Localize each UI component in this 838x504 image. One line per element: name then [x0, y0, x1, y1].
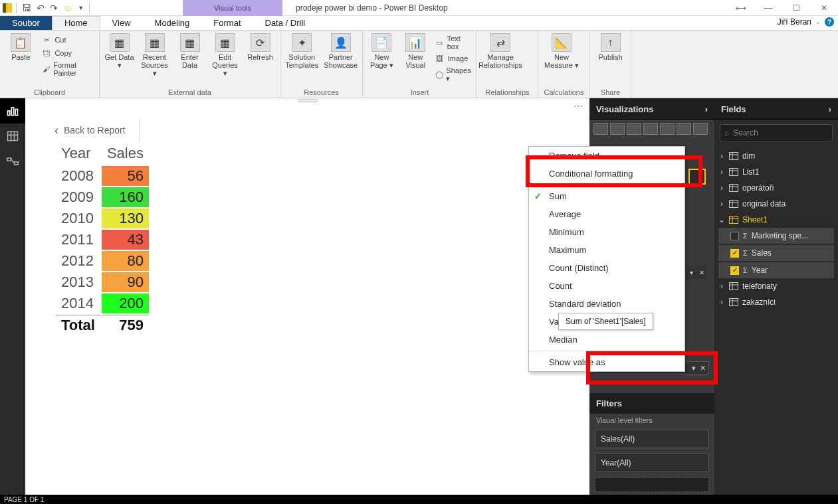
- manage-relationships-button[interactable]: ⇄Manage Relationships: [481, 33, 520, 69]
- field-year[interactable]: ✓ΣYear: [718, 262, 834, 278]
- paste-button[interactable]: 📋Paste: [4, 33, 37, 61]
- tab-view[interactable]: View: [100, 16, 143, 30]
- table-row[interactable]: 2014200: [56, 294, 149, 313]
- filter-dropzone[interactable]: [595, 477, 709, 492]
- mi-std[interactable]: Standard deviation: [529, 295, 684, 313]
- edit-queries-button[interactable]: ▦Edit Queries ▾: [209, 33, 241, 77]
- solution-templates-button[interactable]: ✦Solution Templates: [284, 33, 320, 69]
- undo-icon[interactable]: ↶: [35, 3, 46, 13]
- svg-rect-3: [8, 131, 18, 140]
- tab-format[interactable]: Format: [201, 16, 253, 30]
- get-data-button[interactable]: ▦Get Data ▾: [104, 33, 135, 69]
- mi-count[interactable]: Count: [529, 277, 684, 295]
- resize-arrows-icon[interactable]: ⟷: [726, 0, 754, 16]
- tab-home[interactable]: Home: [52, 16, 100, 30]
- recent-sources-button[interactable]: ▦Recent Sources ▾: [139, 33, 170, 77]
- format-painter-button[interactable]: 🖌Format Painter: [41, 60, 95, 78]
- cell-sales: 160: [102, 187, 149, 207]
- col-year[interactable]: Year: [56, 145, 100, 165]
- mi-show-value-as[interactable]: Show value as: [529, 353, 684, 371]
- table-row[interactable]: 2010130: [56, 209, 149, 228]
- redo-icon[interactable]: ↷: [49, 3, 59, 13]
- window-controls: ⟷ — ☐ ✕: [726, 0, 838, 16]
- cell-sales: 80: [102, 251, 149, 271]
- filter-year[interactable]: Year(All): [595, 454, 709, 472]
- filter-sales[interactable]: Sales(All): [595, 430, 709, 448]
- field-sales[interactable]: ✓ΣSales: [718, 245, 834, 261]
- table-row[interactable]: 201280: [56, 251, 149, 271]
- copy-button[interactable]: ⿻Copy: [41, 46, 95, 60]
- checkbox-icon[interactable]: ✓: [730, 266, 739, 275]
- fields-header[interactable]: Fields›: [714, 98, 838, 120]
- col-sales[interactable]: Sales: [102, 145, 149, 165]
- minimize-button[interactable]: —: [754, 0, 782, 16]
- data-view-tab[interactable]: [0, 124, 25, 149]
- field-well-actions[interactable]: ▾✕: [686, 266, 707, 279]
- save-icon[interactable]: 🖫: [21, 3, 33, 13]
- image-button[interactable]: 🖼Image: [435, 52, 472, 65]
- table-originaldata[interactable]: ›original data: [714, 196, 838, 212]
- visualizations-header[interactable]: Visualizations›: [589, 98, 714, 120]
- field-marketing[interactable]: ΣMarketing spe...: [718, 228, 834, 244]
- maximize-button[interactable]: ☐: [782, 0, 810, 16]
- table-row[interactable]: 201390: [56, 272, 149, 292]
- table-row[interactable]: 201143: [56, 230, 149, 250]
- table-list1[interactable]: ›List1: [714, 164, 838, 180]
- viz-icon[interactable]: [693, 123, 708, 135]
- tab-modeling[interactable]: Modeling: [143, 16, 202, 30]
- tab-file[interactable]: Soubor: [0, 16, 52, 30]
- user-chevron-icon[interactable]: ⌄: [815, 19, 821, 25]
- close-button[interactable]: ✕: [810, 0, 838, 16]
- viz-icon[interactable]: [610, 123, 625, 135]
- help-icon[interactable]: ?: [825, 17, 834, 27]
- shapes-button[interactable]: ◯Shapes ▾: [435, 65, 472, 84]
- back-to-report-button[interactable]: ‹ Back to Report: [54, 120, 140, 141]
- mi-minimum[interactable]: Minimum: [529, 223, 684, 241]
- table-row[interactable]: 200856: [56, 166, 149, 186]
- visual-tools-tab[interactable]: Visual tools: [183, 0, 282, 16]
- report-canvas[interactable]: ⋯ ‹ Back to Report Year Sales 2008562009…: [25, 98, 589, 495]
- partner-showcase-button[interactable]: 👤Partner Showcase: [324, 33, 359, 69]
- cut-button[interactable]: ✂Cut: [41, 33, 95, 46]
- publish-button[interactable]: ↑Publish: [594, 33, 627, 61]
- table-zakaznici[interactable]: ›zakazníci: [714, 294, 838, 310]
- checkbox-icon[interactable]: [730, 232, 739, 240]
- mi-sum[interactable]: ✓Sum: [529, 187, 684, 205]
- report-view-tab[interactable]: [0, 98, 25, 124]
- new-visual-button[interactable]: 📊New Visual: [401, 33, 431, 69]
- table-telefonaty[interactable]: ›telefonaty: [714, 278, 838, 294]
- textbox-button[interactable]: ▭Text box: [435, 33, 472, 52]
- mi-conditional-formatting[interactable]: Conditional formatting: [529, 165, 684, 183]
- viz-icon[interactable]: [627, 123, 641, 135]
- search-input[interactable]: ⌕ Search: [720, 124, 833, 141]
- mi-median[interactable]: Median: [529, 331, 684, 349]
- expand-handle-icon[interactable]: [298, 100, 318, 102]
- smiley-icon[interactable]: ☺: [62, 3, 74, 13]
- refresh-button[interactable]: ⟳Refresh: [245, 33, 276, 61]
- mi-count-distinct[interactable]: Count (Distinct): [529, 259, 684, 277]
- user-name[interactable]: Jiří Beran: [778, 17, 811, 27]
- mi-remove-field[interactable]: Remove field: [529, 147, 684, 165]
- data-table: Year Sales 20085620091602010130201143201…: [54, 143, 150, 336]
- user-bar: Jiří Beran ⌄ ?: [778, 17, 834, 27]
- table-row[interactable]: 2009160: [56, 187, 149, 207]
- cell-year: 2009: [56, 187, 100, 207]
- viz-icon[interactable]: [643, 123, 658, 135]
- viz-icon[interactable]: [660, 123, 675, 135]
- viz-icon[interactable]: [677, 123, 691, 135]
- model-view-tab[interactable]: [0, 149, 25, 174]
- table-operatori[interactable]: ›operátoři: [714, 180, 838, 196]
- table-sheet1[interactable]: ⌄Sheet1: [714, 212, 838, 228]
- table-dim[interactable]: ›dim: [714, 148, 838, 164]
- enter-data-button[interactable]: ▦Enter Data: [174, 33, 205, 69]
- new-page-button[interactable]: 📄New Page ▾: [367, 33, 397, 69]
- selected-field-well-item[interactable]: [688, 169, 706, 185]
- qat-dropdown-icon[interactable]: ▼: [76, 5, 85, 11]
- checkbox-icon[interactable]: ✓: [730, 249, 739, 258]
- mi-maximum[interactable]: Maximum: [529, 241, 684, 259]
- new-measure-button[interactable]: 📐New Measure ▾: [542, 33, 581, 69]
- more-options-icon[interactable]: ⋯: [574, 101, 584, 112]
- tab-datadrill[interactable]: Data / Drill: [253, 16, 318, 30]
- mi-average[interactable]: Average: [529, 205, 684, 223]
- viz-icon[interactable]: [593, 123, 608, 135]
